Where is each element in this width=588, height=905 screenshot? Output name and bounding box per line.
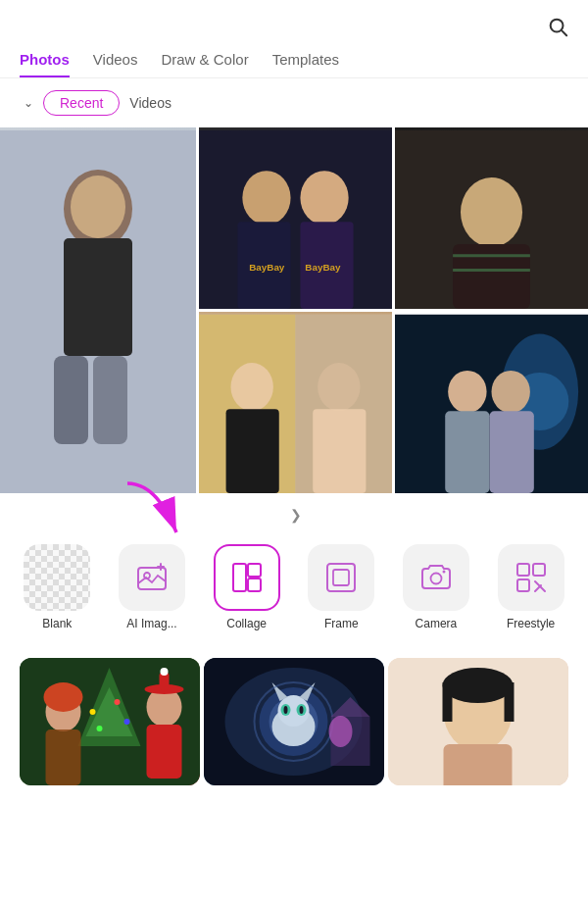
svg-line-1 bbox=[562, 30, 566, 35]
svg-point-62 bbox=[161, 668, 169, 676]
svg-rect-41 bbox=[248, 578, 261, 591]
collage-label: Collage bbox=[226, 617, 267, 630]
frame-icon-wrap bbox=[308, 544, 374, 611]
photo-grid: BayBay BayBay bbox=[0, 127, 588, 493]
svg-point-56 bbox=[124, 719, 130, 725]
svg-text:BayBay: BayBay bbox=[249, 262, 285, 273]
svg-rect-48 bbox=[517, 579, 529, 591]
svg-rect-43 bbox=[333, 570, 349, 585]
svg-point-9 bbox=[242, 171, 290, 225]
tab-videos[interactable]: Videos bbox=[93, 51, 138, 77]
ai-image-icon-wrap bbox=[119, 544, 185, 611]
freestyle-label: Freestyle bbox=[507, 617, 555, 630]
create-type-collage[interactable]: Collage bbox=[213, 544, 281, 630]
ai-tool-card-2[interactable] bbox=[204, 658, 384, 785]
header bbox=[0, 0, 588, 51]
all-albums-dropdown[interactable]: ⌄ bbox=[20, 96, 33, 110]
svg-rect-17 bbox=[453, 244, 530, 309]
chevron-down-icon: ⌄ bbox=[24, 96, 33, 110]
camera-icon bbox=[418, 560, 454, 595]
svg-point-23 bbox=[231, 363, 273, 411]
svg-rect-8 bbox=[199, 130, 392, 309]
frame-icon bbox=[323, 560, 359, 595]
videos-filter[interactable]: Videos bbox=[129, 95, 172, 111]
photo-cell-4[interactable] bbox=[199, 312, 392, 493]
tab-photos[interactable]: Photos bbox=[20, 51, 70, 77]
ai-tools-grid bbox=[20, 658, 568, 785]
svg-rect-59 bbox=[147, 725, 182, 779]
svg-rect-4 bbox=[64, 238, 132, 356]
svg-rect-6 bbox=[93, 356, 127, 444]
ai-image-label: AI Imag... bbox=[126, 617, 176, 630]
ai-tools-section bbox=[0, 658, 588, 801]
svg-text:BayBay: BayBay bbox=[305, 262, 341, 273]
blank-icon-wrap bbox=[24, 544, 90, 611]
svg-point-81 bbox=[329, 716, 353, 747]
ai-tool-card-1[interactable] bbox=[20, 658, 200, 785]
svg-rect-25 bbox=[226, 409, 279, 493]
svg-rect-26 bbox=[313, 409, 366, 493]
svg-point-65 bbox=[44, 682, 83, 712]
svg-rect-39 bbox=[233, 564, 246, 591]
freestyle-icon bbox=[514, 560, 549, 595]
svg-point-54 bbox=[90, 709, 96, 715]
photo-cell-2[interactable]: BayBay BayBay bbox=[199, 127, 392, 309]
svg-rect-32 bbox=[445, 411, 489, 493]
photo-cell-1[interactable] bbox=[0, 127, 196, 493]
chevron-right-icon: ❯ bbox=[290, 507, 302, 523]
svg-point-30 bbox=[448, 371, 486, 413]
create-type-camera[interactable]: Camera bbox=[402, 544, 470, 630]
tab-draw-color[interactable]: Draw & Color bbox=[161, 51, 248, 77]
freestyle-icon-wrap bbox=[498, 544, 564, 611]
svg-rect-84 bbox=[444, 744, 513, 785]
svg-point-57 bbox=[97, 726, 103, 731]
collage-icon-wrap bbox=[214, 544, 280, 611]
svg-rect-86 bbox=[443, 682, 453, 722]
svg-line-50 bbox=[535, 585, 541, 591]
svg-rect-64 bbox=[46, 729, 81, 785]
frame-label: Frame bbox=[324, 617, 359, 630]
ai-tool-card-3[interactable] bbox=[388, 658, 568, 785]
svg-rect-87 bbox=[505, 682, 514, 722]
svg-rect-33 bbox=[490, 411, 534, 493]
svg-point-55 bbox=[115, 699, 121, 705]
svg-point-44 bbox=[430, 574, 441, 584]
svg-point-31 bbox=[492, 371, 530, 413]
ai-image-icon bbox=[134, 560, 170, 595]
create-type-frame[interactable]: Frame bbox=[307, 544, 375, 630]
see-all-link[interactable]: ❯ bbox=[286, 507, 302, 523]
svg-rect-5 bbox=[54, 356, 88, 444]
svg-rect-46 bbox=[517, 564, 529, 576]
tab-templates[interactable]: Templates bbox=[272, 51, 339, 77]
svg-point-16 bbox=[461, 177, 522, 247]
svg-point-77 bbox=[300, 706, 304, 714]
svg-rect-47 bbox=[533, 564, 545, 576]
svg-point-45 bbox=[442, 571, 445, 574]
tabs-bar: Photos Videos Draw & Color Templates bbox=[0, 51, 588, 78]
see-all-row: ❯ bbox=[0, 493, 588, 532]
svg-point-24 bbox=[318, 363, 360, 411]
collage-icon bbox=[229, 560, 265, 595]
recent-filter-pill[interactable]: Recent bbox=[43, 90, 120, 116]
photo-cell-5[interactable] bbox=[395, 312, 588, 493]
search-icon[interactable] bbox=[547, 16, 568, 43]
svg-rect-42 bbox=[327, 564, 355, 591]
svg-point-85 bbox=[443, 668, 514, 703]
svg-point-10 bbox=[300, 171, 348, 225]
camera-icon-wrap bbox=[403, 544, 469, 611]
filter-bar: ⌄ Recent Videos bbox=[0, 90, 588, 127]
blank-label: Blank bbox=[42, 617, 72, 630]
photo-cell-3[interactable] bbox=[395, 127, 588, 309]
svg-point-76 bbox=[284, 706, 288, 714]
create-type-ai-image[interactable]: AI Imag... bbox=[118, 544, 186, 630]
camera-label: Camera bbox=[416, 617, 458, 630]
create-types: Blank AI Imag... Collage bbox=[0, 532, 588, 646]
create-type-freestyle[interactable]: Freestyle bbox=[497, 544, 565, 630]
create-type-blank[interactable]: Blank bbox=[23, 544, 91, 630]
svg-rect-40 bbox=[248, 564, 261, 577]
svg-point-7 bbox=[71, 176, 125, 238]
